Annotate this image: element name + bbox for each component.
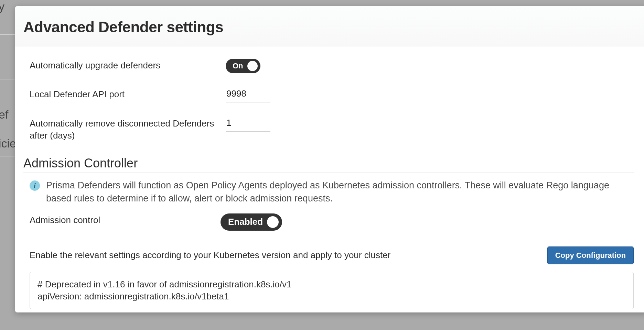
apply-instructions-row: Enable the relevant settings according t… xyxy=(30,246,634,264)
apply-instructions-text: Enable the relevant settings according t… xyxy=(30,250,390,261)
auto-upgrade-toggle[interactable]: On xyxy=(226,59,260,73)
settings-modal: Advanced Defender settings Automatically… xyxy=(15,6,644,312)
admission-control-toggle[interactable]: Enabled xyxy=(221,213,282,231)
toggle-enabled-label: Enabled xyxy=(228,217,263,227)
api-port-input[interactable] xyxy=(226,88,270,102)
admission-info-row: i Prisma Defenders will function as Open… xyxy=(30,179,634,205)
admission-control-row: Admission control Enabled xyxy=(30,213,634,231)
remove-days-row: Automatically remove disconnected Defend… xyxy=(30,117,634,142)
config-code-box[interactable]: # Deprecated in v1.16 in favor of admiss… xyxy=(30,272,634,309)
copy-configuration-button[interactable]: Copy Configuration xyxy=(547,246,634,264)
bg-fragment: y xyxy=(0,0,4,13)
modal-title: Advanced Defender settings xyxy=(23,19,640,36)
auto-upgrade-label: Automatically upgrade defenders xyxy=(30,59,226,72)
modal-header: Advanced Defender settings xyxy=(15,6,644,46)
remove-days-label: Automatically remove disconnected Defend… xyxy=(30,117,226,142)
admission-control-label: Admission control xyxy=(30,213,221,226)
auto-upgrade-row: Automatically upgrade defenders On xyxy=(30,59,634,73)
bg-fragment: icie xyxy=(0,137,16,150)
api-port-row: Local Defender API port xyxy=(30,88,634,102)
admission-info-text: Prisma Defenders will function as Open P… xyxy=(46,179,634,205)
admission-section-title: Admission Controller xyxy=(23,156,634,173)
api-port-label: Local Defender API port xyxy=(30,88,226,100)
toggle-knob xyxy=(267,216,279,228)
toggle-on-label: On xyxy=(233,62,243,70)
toggle-knob xyxy=(247,61,258,71)
bg-fragment: ef xyxy=(0,108,8,121)
info-icon: i xyxy=(30,180,40,191)
remove-days-input[interactable] xyxy=(226,117,270,132)
